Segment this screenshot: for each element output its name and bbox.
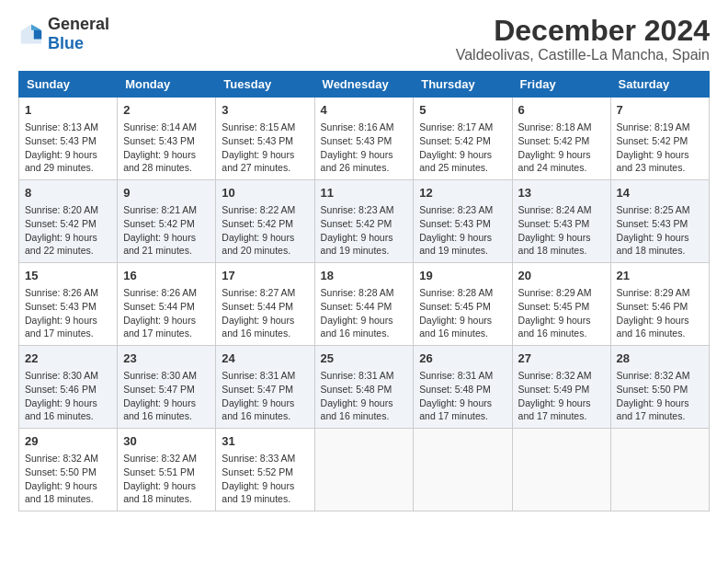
daylight-text: Daylight: 9 hours and 26 minutes.: [321, 148, 408, 175]
sunrise-text: Sunrise: 8:23 AM: [419, 203, 506, 217]
sunset-text: Sunset: 5:48 PM: [419, 383, 506, 396]
sunset-text: Sunset: 5:43 PM: [617, 217, 703, 231]
sunrise-text: Sunrise: 8:31 AM: [419, 369, 506, 383]
daylight-text: Daylight: 9 hours and 24 minutes.: [518, 148, 605, 175]
sunset-text: Sunset: 5:50 PM: [25, 465, 111, 479]
calendar-cell: 15Sunrise: 8:26 AMSunset: 5:43 PMDayligh…: [19, 263, 118, 346]
logo-blue: Blue: [48, 34, 84, 52]
daylight-text: Daylight: 9 hours and 28 minutes.: [123, 148, 210, 175]
sunrise-text: Sunrise: 8:30 AM: [123, 369, 210, 383]
sunset-text: Sunset: 5:43 PM: [419, 217, 506, 231]
subtitle: Valdeolivas, Castille-La Mancha, Spain: [456, 47, 710, 63]
day-number: 26: [419, 350, 506, 367]
calendar-cell: 3Sunrise: 8:15 AMSunset: 5:43 PMDaylight…: [216, 98, 314, 180]
sunrise-text: Sunrise: 8:13 AM: [25, 121, 111, 134]
calendar-cell: 18Sunrise: 8:28 AMSunset: 5:44 PMDayligh…: [314, 263, 414, 346]
calendar-cell: [512, 428, 610, 511]
calendar-cell: 19Sunrise: 8:28 AMSunset: 5:45 PMDayligh…: [414, 263, 512, 346]
sunset-text: Sunset: 5:42 PM: [222, 217, 308, 231]
sunrise-text: Sunrise: 8:19 AM: [617, 121, 703, 134]
title-block: December 2024 Valdeolivas, Castille-La M…: [456, 15, 710, 63]
sunrise-text: Sunrise: 8:30 AM: [25, 369, 111, 383]
sunrise-text: Sunrise: 8:22 AM: [222, 203, 308, 217]
day-number: 10: [222, 185, 308, 201]
sunrise-text: Sunrise: 8:32 AM: [123, 452, 210, 465]
calendar-cell: 1Sunrise: 8:13 AMSunset: 5:43 PMDaylight…: [19, 98, 118, 180]
sunset-text: Sunset: 5:48 PM: [321, 383, 408, 396]
calendar-cell: 9Sunrise: 8:21 AMSunset: 5:42 PMDaylight…: [118, 180, 216, 263]
calendar-cell: 27Sunrise: 8:32 AMSunset: 5:49 PMDayligh…: [512, 346, 610, 429]
daylight-text: Daylight: 9 hours and 21 minutes.: [123, 231, 210, 258]
sunset-text: Sunset: 5:49 PM: [518, 383, 605, 396]
sunset-text: Sunset: 5:42 PM: [617, 134, 703, 148]
sunrise-text: Sunrise: 8:32 AM: [617, 369, 703, 383]
calendar-cell: 12Sunrise: 8:23 AMSunset: 5:43 PMDayligh…: [414, 180, 512, 263]
sunrise-text: Sunrise: 8:31 AM: [321, 369, 408, 383]
daylight-text: Daylight: 9 hours and 19 minutes.: [222, 479, 308, 506]
day-number: 28: [617, 350, 703, 367]
sunrise-text: Sunrise: 8:32 AM: [25, 452, 111, 465]
calendar-week-row: 1Sunrise: 8:13 AMSunset: 5:43 PMDaylight…: [19, 98, 710, 180]
day-number: 6: [518, 102, 605, 119]
day-number: 18: [321, 268, 408, 284]
header: General Blue December 2024 Valdeolivas, …: [18, 15, 710, 63]
sunset-text: Sunset: 5:50 PM: [617, 383, 703, 396]
day-number: 15: [25, 268, 111, 284]
calendar-cell: 13Sunrise: 8:24 AMSunset: 5:43 PMDayligh…: [512, 180, 610, 263]
sunset-text: Sunset: 5:43 PM: [25, 134, 111, 148]
daylight-text: Daylight: 9 hours and 18 minutes.: [518, 231, 605, 258]
calendar-cell: 21Sunrise: 8:29 AMSunset: 5:46 PMDayligh…: [610, 263, 709, 346]
sunset-text: Sunset: 5:42 PM: [518, 134, 605, 148]
daylight-text: Daylight: 9 hours and 19 minutes.: [321, 231, 408, 258]
daylight-text: Daylight: 9 hours and 18 minutes.: [123, 479, 210, 506]
calendar-table: SundayMondayTuesdayWednesdayThursdayFrid…: [18, 71, 710, 511]
calendar-cell: 10Sunrise: 8:22 AMSunset: 5:42 PMDayligh…: [216, 180, 314, 263]
daylight-text: Daylight: 9 hours and 17 minutes.: [617, 396, 703, 423]
calendar-cell: 29Sunrise: 8:32 AMSunset: 5:50 PMDayligh…: [19, 428, 118, 511]
column-header-tuesday: Tuesday: [216, 72, 314, 98]
sunset-text: Sunset: 5:44 PM: [222, 300, 308, 314]
daylight-text: Daylight: 9 hours and 17 minutes.: [25, 314, 111, 340]
calendar-cell: 6Sunrise: 8:18 AMSunset: 5:42 PMDaylight…: [512, 98, 610, 180]
day-number: 9: [123, 185, 210, 201]
daylight-text: Daylight: 9 hours and 18 minutes.: [25, 479, 111, 506]
sunset-text: Sunset: 5:43 PM: [518, 217, 605, 231]
daylight-text: Daylight: 9 hours and 22 minutes.: [25, 231, 111, 258]
sunset-text: Sunset: 5:43 PM: [321, 134, 408, 148]
sunrise-text: Sunrise: 8:25 AM: [617, 203, 703, 217]
daylight-text: Daylight: 9 hours and 25 minutes.: [419, 148, 506, 175]
sunset-text: Sunset: 5:46 PM: [25, 383, 111, 396]
calendar-cell: 7Sunrise: 8:19 AMSunset: 5:42 PMDaylight…: [610, 98, 709, 180]
sunrise-text: Sunrise: 8:26 AM: [25, 286, 111, 300]
calendar-cell: 31Sunrise: 8:33 AMSunset: 5:52 PMDayligh…: [216, 428, 314, 511]
calendar-cell: [610, 428, 709, 511]
column-header-sunday: Sunday: [19, 72, 118, 98]
sunrise-text: Sunrise: 8:32 AM: [518, 369, 605, 383]
sunrise-text: Sunrise: 8:27 AM: [222, 286, 308, 300]
day-number: 2: [123, 102, 210, 119]
calendar-cell: 14Sunrise: 8:25 AMSunset: 5:43 PMDayligh…: [610, 180, 709, 263]
day-number: 11: [321, 185, 408, 201]
calendar-cell: 24Sunrise: 8:31 AMSunset: 5:47 PMDayligh…: [216, 346, 314, 429]
sunset-text: Sunset: 5:43 PM: [222, 134, 308, 148]
day-number: 7: [617, 102, 703, 119]
column-header-wednesday: Wednesday: [314, 72, 414, 98]
calendar-cell: 17Sunrise: 8:27 AMSunset: 5:44 PMDayligh…: [216, 263, 314, 346]
daylight-text: Daylight: 9 hours and 27 minutes.: [222, 148, 308, 175]
day-number: 12: [419, 185, 506, 201]
sunset-text: Sunset: 5:43 PM: [25, 300, 111, 314]
calendar-cell: 26Sunrise: 8:31 AMSunset: 5:48 PMDayligh…: [414, 346, 512, 429]
day-number: 25: [321, 350, 408, 367]
sunset-text: Sunset: 5:42 PM: [321, 217, 408, 231]
sunrise-text: Sunrise: 8:14 AM: [123, 121, 210, 134]
column-header-thursday: Thursday: [414, 72, 512, 98]
day-number: 23: [123, 350, 210, 367]
daylight-text: Daylight: 9 hours and 17 minutes.: [123, 314, 210, 340]
sunrise-text: Sunrise: 8:24 AM: [518, 203, 605, 217]
day-number: 16: [123, 268, 210, 284]
calendar-cell: 20Sunrise: 8:29 AMSunset: 5:45 PMDayligh…: [512, 263, 610, 346]
sunset-text: Sunset: 5:45 PM: [518, 300, 605, 314]
day-number: 8: [25, 185, 111, 201]
sunrise-text: Sunrise: 8:21 AM: [123, 203, 210, 217]
logo-text: General Blue: [48, 15, 109, 53]
